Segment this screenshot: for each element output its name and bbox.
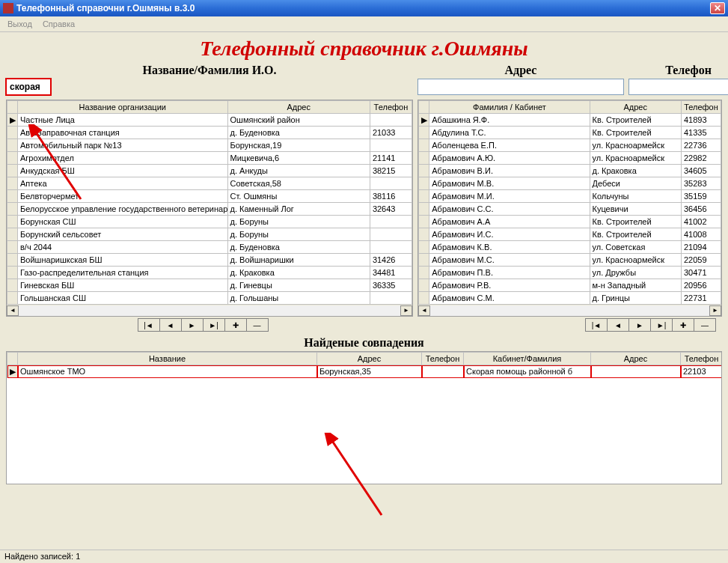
table-row[interactable]: Абрамович А.АКв. Строителей41002 (419, 216, 721, 228)
table-row[interactable]: Абрамович И.С.Кв. Строителей41008 (419, 228, 721, 241)
cell-addr[interactable]: ул. Советская (590, 241, 681, 254)
cell-addr[interactable]: д. Боруны (227, 216, 370, 228)
table-row[interactable]: Абрамович П.В.ул. Дружбы30471 (419, 267, 721, 279)
res-col-addr[interactable]: Адрес (317, 353, 422, 365)
cell-name[interactable]: Абрамович М.С. (429, 254, 590, 267)
cell-phone[interactable]: 31426 (370, 254, 412, 267)
cell-phone[interactable]: 38116 (370, 190, 412, 203)
cell-phone[interactable]: 34605 (681, 165, 721, 177)
nav-next-button[interactable]: ► (181, 318, 204, 332)
cell-addr[interactable]: Советская,58 (227, 177, 370, 190)
res-col-addr2[interactable]: Адрес (591, 353, 681, 365)
table-row[interactable]: Аболенцева Е.П.ул. Красноармейск22736 (419, 139, 721, 152)
scroll-right-icon[interactable]: ► (709, 305, 721, 316)
cell-phone[interactable]: 41893 (681, 114, 721, 127)
cell-phone[interactable] (370, 292, 412, 305)
res-col-phone2[interactable]: Телефон (681, 353, 723, 365)
cell-name[interactable]: Гиневская БШ (18, 279, 228, 292)
search-addr-input[interactable] (417, 79, 624, 95)
cell-phone[interactable] (370, 139, 412, 152)
cell-phone[interactable]: 22731 (681, 292, 721, 305)
cell-phone[interactable]: 41002 (681, 216, 721, 228)
cell-addr[interactable]: Ошмянский район (227, 114, 370, 127)
nav-del-button[interactable]: — (246, 318, 269, 332)
cell-name[interactable]: Абдулина Т.С. (429, 127, 590, 139)
cell-addr[interactable]: д. Боруны (227, 228, 370, 241)
cell-phone[interactable]: 36456 (681, 203, 721, 216)
scroll-right-icon[interactable]: ► (400, 305, 412, 316)
scroll-left-icon[interactable]: ◄ (7, 305, 19, 316)
table-row[interactable]: Абрамович К.В.ул. Советская21094 (419, 241, 721, 254)
cell-name[interactable]: Войшнаришкская БШ (18, 254, 228, 267)
nav-add-button[interactable]: ✚ (224, 318, 247, 332)
search-phone-input[interactable] (628, 79, 728, 95)
cell-name[interactable]: Абашкина Я.Ф. (429, 114, 590, 127)
table-row[interactable]: Абрамович С.М.д. Гринцы22731 (419, 292, 721, 305)
cell-phone[interactable]: 36335 (370, 279, 412, 292)
table-row[interactable]: Газо-распределительная станцияд. Краковк… (7, 267, 412, 279)
org-col-addr[interactable]: Адрес (227, 101, 370, 114)
cell-phone[interactable]: 41335 (681, 127, 721, 139)
res-col-name[interactable]: Название (18, 353, 317, 365)
cell-addr[interactable]: д. Гиневцы (227, 279, 370, 292)
table-row[interactable]: Борунский сельсоветд. Боруны (7, 228, 412, 241)
cell-name[interactable]: Абрамович М.И. (429, 190, 590, 203)
table-row[interactable]: Гиневская БШд. Гиневцы36335 (7, 279, 412, 292)
cell-addr[interactable]: ул. Красноармейск (590, 254, 681, 267)
cell-name[interactable]: Борунская СШ (18, 216, 228, 228)
cell-phone[interactable] (370, 241, 412, 254)
cell-addr[interactable]: Кольчуны (590, 190, 681, 203)
res-col-phone[interactable]: Телефон (422, 353, 464, 365)
cell-addr[interactable]: ул. Дружбы (590, 267, 681, 279)
cell-name[interactable]: Абрамович К.В. (429, 241, 590, 254)
cell-name[interactable]: Автомобильный парк №13 (18, 139, 228, 152)
cell-phone[interactable]: 21094 (681, 241, 721, 254)
cell-name[interactable]: Борунский сельсовет (18, 228, 228, 241)
cell-name[interactable]: Ошмянское ТМО (18, 365, 317, 378)
cell-phone[interactable] (370, 216, 412, 228)
cell-addr[interactable]: Борунская,19 (227, 139, 370, 152)
cell-addr[interactable]: Борунская,35 (317, 365, 422, 378)
cell-phone[interactable]: 35283 (681, 177, 721, 190)
table-row[interactable]: АптекаСоветская,58 (7, 177, 412, 190)
cell-phone[interactable] (422, 365, 464, 378)
cell-phone[interactable]: 21141 (370, 152, 412, 165)
search-name-input[interactable] (6, 79, 51, 95)
cell-addr[interactable]: ул. Красноармейск (590, 139, 681, 152)
menu-exit[interactable]: Выход (3, 18, 37, 30)
cell-name[interactable]: Абрамович П.В. (429, 267, 590, 279)
cell-addr[interactable]: д. Буденовка (227, 127, 370, 139)
nav-next-button[interactable]: ► (628, 318, 651, 332)
cell-name[interactable]: в/ч 2044 (18, 241, 228, 254)
table-row[interactable]: Гольшанская СШд. Гольшаны (7, 292, 412, 305)
cell-addr[interactable]: д. Буденовка (227, 241, 370, 254)
cell-name[interactable]: Абрамович В.И. (429, 165, 590, 177)
org-grid-hscroll[interactable]: ◄ ► (7, 304, 412, 316)
cell-addr[interactable]: д. Войшнаришки (227, 254, 370, 267)
cell-name[interactable]: Гольшанская СШ (18, 292, 228, 305)
cell-name[interactable]: Агрохимотдел (18, 152, 228, 165)
cell-name[interactable]: Абрамович А.А (429, 216, 590, 228)
table-row[interactable]: Абрамович Р.В.м-н Западный20956 (419, 279, 721, 292)
cell-name[interactable]: Частные Лица (18, 114, 228, 127)
cell-addr[interactable]: д. Гольшаны (227, 292, 370, 305)
cell-addr[interactable]: Кв. Строителей (590, 216, 681, 228)
nav-first-button[interactable]: |◄ (585, 318, 608, 332)
cell-phone[interactable] (370, 228, 412, 241)
nav-del-button[interactable]: — (694, 318, 716, 332)
cell-phone[interactable]: 41008 (681, 228, 721, 241)
cell-name[interactable]: Газо-распределительная станция (18, 267, 228, 279)
cell-phone[interactable]: 34481 (370, 267, 412, 279)
person-grid-hscroll[interactable]: ◄ ► (418, 304, 721, 316)
nav-last-button[interactable]: ►| (650, 318, 673, 332)
person-col-addr[interactable]: Адрес (590, 101, 681, 114)
table-row[interactable]: Войшнаришкская БШд. Войшнаришки31426 (7, 254, 412, 267)
cell-phone[interactable] (370, 177, 412, 190)
cell-cab[interactable]: Скорая помощь районной б (464, 365, 591, 378)
scroll-left-icon[interactable]: ◄ (418, 305, 430, 316)
table-row[interactable]: БелвторчерметСт. Ошмяны38116 (7, 190, 412, 203)
cell-addr[interactable]: Ст. Ошмяны (227, 190, 370, 203)
nav-last-button[interactable]: ►| (203, 318, 225, 332)
close-button[interactable]: ✕ (710, 2, 725, 14)
table-row[interactable]: Абрамович В.И.д. Краковка34605 (419, 165, 721, 177)
